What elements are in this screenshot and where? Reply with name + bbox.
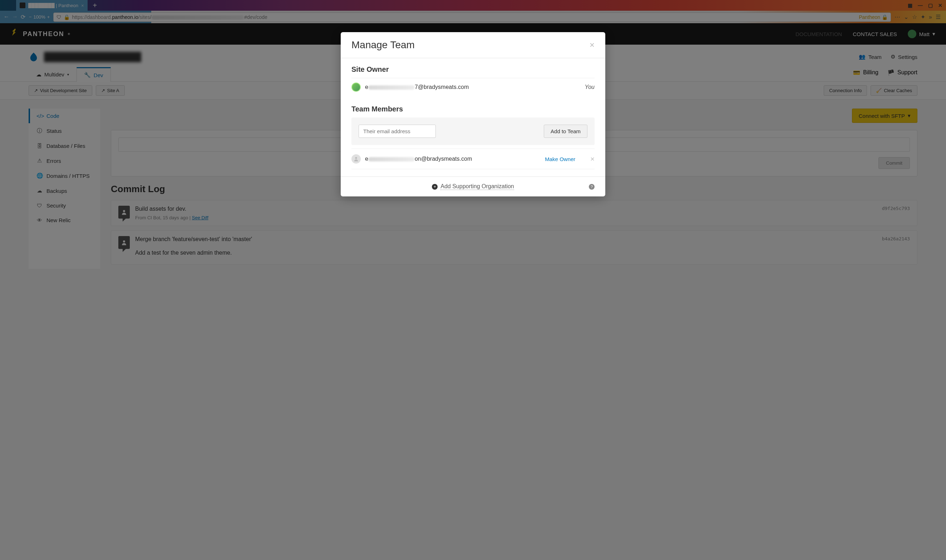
make-owner-link[interactable]: Make Owner — [545, 156, 575, 162]
owner-avatar-icon — [352, 83, 361, 92]
add-supporting-org-link[interactable]: + Add Supporting Organization — [432, 183, 514, 190]
team-members-heading: Team Members — [352, 105, 594, 113]
add-to-team-button[interactable]: Add to Team — [544, 125, 587, 138]
member-email-input[interactable] — [359, 125, 436, 138]
owner-email: e7@bradysmeats.com — [365, 84, 469, 90]
modal-overlay[interactable]: Manage Team × Site Owner e7@bradysmeats.… — [0, 0, 946, 278]
modal-title: Manage Team — [352, 39, 415, 51]
svg-point-2 — [355, 157, 357, 159]
remove-member-icon[interactable]: × — [590, 155, 594, 163]
modal-footer: + Add Supporting Organization ? — [341, 177, 605, 197]
member-avatar-icon — [352, 154, 361, 163]
plus-circle-icon: + — [432, 184, 438, 190]
modal-close-icon[interactable]: × — [590, 40, 594, 50]
team-member-row: eon@bradysmeats.com Make Owner × — [352, 149, 594, 169]
manage-team-modal: Manage Team × Site Owner e7@bradysmeats.… — [341, 32, 605, 197]
modal-header: Manage Team × — [341, 32, 605, 58]
add-member-form: Add to Team — [352, 117, 594, 145]
member-email: eon@bradysmeats.com — [365, 156, 472, 162]
owner-you-label: You — [585, 84, 594, 90]
site-owner-row: e7@bradysmeats.com You — [352, 78, 594, 96]
help-icon[interactable]: ? — [589, 184, 594, 190]
site-owner-heading: Site Owner — [352, 65, 594, 74]
